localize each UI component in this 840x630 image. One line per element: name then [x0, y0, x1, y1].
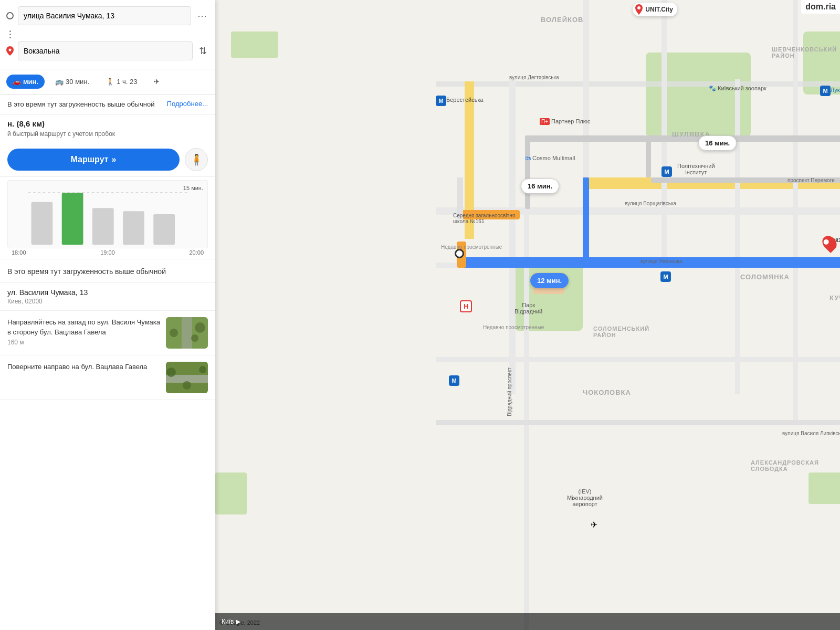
destination-row: ⇅: [6, 41, 209, 60]
road-label-peremogy: проспект Перемоги: [788, 177, 835, 183]
flight-icon: ✈: [154, 78, 160, 86]
street-view-icon: 🧍: [190, 153, 203, 166]
car-icon: 🚗: [13, 78, 21, 86]
traffic-chart-section: 15 мин. 18:00 19:00 20:00: [0, 177, 215, 259]
metro-politechnic: М: [662, 166, 672, 177]
tab-drive[interactable]: 🚗 мин.: [6, 75, 45, 89]
road-label-umanska: вулиця Уманська: [640, 258, 682, 264]
origin-row: ⋯: [6, 6, 209, 25]
step-1-text: Направляйтесь на запад по вул. Василя Чу…: [7, 317, 161, 338]
step-2: Поверните направо на бул. Вацлава Гавела: [0, 355, 215, 400]
svg-rect-5: [153, 214, 175, 245]
step-1-preview-svg: [166, 317, 208, 349]
road-label-borsch: вулиця Борщагівська: [625, 201, 676, 206]
time-bubble-16-top[interactable]: 16 мин.: [698, 135, 737, 151]
route-distance: н. (8,6 км): [0, 115, 215, 130]
district-solomens: СОЛОМЕНСЬКИЙРАЙОН: [593, 326, 649, 338]
chart-x-labels: 18:00 19:00 20:00: [7, 248, 208, 256]
route-description: й быстрый маршрут с учетом пробок: [0, 130, 215, 143]
road-label-vidradny: Відрадний проспект: [507, 368, 512, 416]
step-2-image: [166, 362, 208, 393]
time-bubble-12-selected[interactable]: 12 мин.: [530, 273, 569, 288]
left-panel: ⋯ ⇅ 🚗 мин. 🚌 30 мин. 🚶: [0, 0, 215, 630]
svg-point-48: [637, 6, 640, 9]
tab-drive-label: мин.: [23, 78, 38, 86]
svg-point-15: [199, 366, 206, 373]
district-chokolovka: ЧОКОЛОВКА: [583, 388, 631, 396]
route-button-label: Маршрут: [71, 155, 109, 164]
poi-airport: (IEV)Міжнароднийаеропорт: [567, 488, 603, 507]
svg-rect-3: [92, 208, 114, 245]
street-view-button[interactable]: 🧍: [185, 148, 208, 171]
poi-school: Середня загальноосвітняшкола №161: [453, 213, 515, 224]
tab-walk-label: 1 ч. 23: [117, 78, 137, 86]
unit-city-marker: UNIT.City: [633, 3, 677, 16]
chart-label-2000: 20:00: [189, 249, 204, 256]
destination-input[interactable]: [18, 41, 193, 60]
more-options-button[interactable]: ⋯: [195, 8, 209, 24]
traffic-warning-bar: В это время тут загруженность выше обычн…: [0, 94, 215, 115]
tab-walk[interactable]: 🚶 1 ч. 23: [100, 75, 143, 89]
tab-flight[interactable]: ✈: [148, 75, 166, 89]
origin-dot: [6, 12, 14, 19]
step-1-distance: 160 м: [7, 339, 161, 346]
step-1: Направляйтесь на запад по вул. Василя Чу…: [0, 311, 215, 355]
address-sub: Киев, 02000: [7, 298, 208, 305]
svg-rect-8: [182, 317, 192, 349]
doma-watermark: dom.ria: [801, 0, 840, 14]
map-background: [215, 0, 840, 630]
metro-south: М: [449, 375, 459, 386]
address-main: ул. Василия Чумака, 13: [7, 288, 208, 297]
metro-center: М: [660, 271, 671, 282]
road-label-vasiliya: вулиця Василя Липківського: [782, 430, 840, 436]
unit-city-pin-svg: [635, 4, 643, 15]
route-button-section: Маршрут » 🧍: [0, 143, 215, 177]
destination-pin-icon: [6, 46, 14, 56]
traffic-warning-text: В это время тут загруженность выше обычн…: [7, 100, 163, 109]
address-block: ул. Василия Чумака, 13 Киев, 02000: [0, 283, 215, 311]
svg-point-9: [170, 329, 178, 337]
unit-city-label: UNIT.City: [645, 6, 673, 13]
metro-lukyanivska: М: [820, 86, 831, 96]
walk-icon: 🚶: [106, 78, 114, 86]
map-bottom-bar: Київ ▶: [215, 613, 840, 630]
step-2-preview-svg: [166, 362, 208, 393]
step-1-image: [166, 317, 208, 349]
chart-top-label: 15 мин.: [183, 185, 203, 191]
tab-transit-label: 30 мин.: [66, 78, 89, 86]
tab-transit[interactable]: 🚌 30 мин.: [49, 75, 96, 89]
metro-berestetska: М: [436, 96, 446, 106]
time-bubble-16-left[interactable]: 16 мин.: [521, 178, 559, 194]
traffic-more-link[interactable]: Подробнее...: [167, 100, 208, 108]
recently-viewed-2: Недавно просмотренные: [483, 324, 544, 330]
destination-red-pin: [823, 235, 836, 251]
map-section[interactable]: ВОЛЕЙКОВ ШУЛЯВКА ШЕВЧЕНКОВСЬКИЙРАЙОН СОЛ…: [215, 0, 840, 630]
bus-icon: 🚌: [55, 78, 64, 86]
metro-lukyanivska-label: Лук'янівська: [831, 87, 840, 93]
poi-partner: П+ Партнер Плюс: [540, 118, 590, 124]
svg-point-11: [191, 334, 198, 342]
poi-park-vidradny: ПаркВідрадний: [514, 302, 542, 314]
swap-directions-button[interactable]: ⇅: [197, 43, 209, 59]
metro-berestetska-label: Берестейська: [446, 97, 484, 103]
traffic-info-title: В это время тут загруженность выше обычн…: [7, 267, 208, 277]
chart-label-1800: 18:00: [12, 249, 26, 256]
search-section: ⋯ ⇅: [0, 0, 215, 69]
district-shevch: ШЕВЧЕНКОВСЬКИЙРАЙОН: [772, 46, 837, 59]
origin-pin-circle: [455, 249, 464, 258]
transport-tabs: 🚗 мин. 🚌 30 мин. 🚶 1 ч. 23 ✈: [0, 69, 215, 94]
start-route-button[interactable]: Маршрут »: [7, 149, 180, 171]
chart-label-1900: 19:00: [100, 249, 115, 256]
poi-zoo: 🐾 Київський зоопарк: [709, 85, 766, 92]
route-arrow-icon: »: [112, 155, 117, 164]
district-voleikyv: ВОЛЕЙКОВ: [541, 16, 583, 24]
road-label-degtyar: вулиця Дегтярівська: [509, 75, 559, 80]
map-bottom-text: Київ ▶: [222, 618, 240, 625]
traffic-info-block: В это время тут загруженность выше обычн…: [0, 259, 215, 283]
svg-point-10: [195, 322, 205, 333]
recently-viewed-1: Недавно просмотренные: [441, 244, 502, 250]
district-kuchmin: КУЧМИН ЯР: [830, 294, 840, 302]
svg-point-0: [9, 49, 12, 51]
chart-svg: [8, 181, 207, 248]
origin-input[interactable]: [18, 6, 191, 25]
